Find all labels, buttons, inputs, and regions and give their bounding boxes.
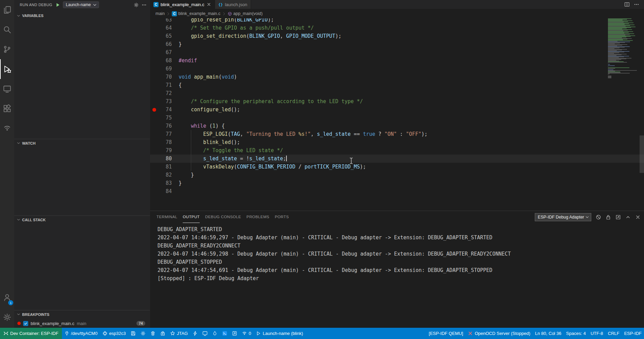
code-line[interactable]: 66} [150,40,644,48]
status-item-dev-container-esp-idf[interactable]: Dev Container: ESP-IDF [0,328,62,339]
output-channel-select[interactable]: ESP-IDF Debug Adapter [535,213,591,221]
code-editor[interactable]: 63 gpio_reset_pin(BLINK_GPIO);64 /* Set … [150,18,644,211]
section-watch[interactable]: WATCH [14,139,150,147]
line-gutter[interactable]: 78 [150,138,179,146]
tab-launch-json[interactable]: {} launch.json [215,0,251,9]
status-item-trash[interactable] [148,328,158,339]
status-item-utf-8[interactable]: UTF-8 [588,328,606,339]
line-gutter[interactable]: 70 [150,73,179,81]
panel-tab-debug-console[interactable]: DEBUG CONSOLE [205,211,241,223]
editor-more-actions-button[interactable] [634,2,639,7]
debug-settings-button[interactable] [134,2,139,7]
line-gutter[interactable]: 82 [150,171,179,179]
line-gutter[interactable]: 84 [150,187,179,195]
activity-settings[interactable] [0,307,14,327]
code-line[interactable]: 79 /* Toggle the LED state */ [150,146,644,155]
activity-remote-explorer[interactable] [0,79,14,99]
tab-blink-example-main-c[interactable]: C blink_example_main.c [150,0,215,9]
code-line[interactable]: 72 [150,89,644,97]
line-gutter[interactable]: 72 [150,89,179,97]
line-gutter[interactable]: 74 [150,106,179,114]
line-gutter[interactable]: 65 [150,32,179,40]
code-line[interactable]: 78 blink_led(); [150,138,644,146]
activity-extensions[interactable] [0,99,14,118]
section-variables[interactable]: VARIABLES [14,12,150,20]
breadcrumb-item-folder[interactable]: main [155,11,165,16]
debug-more-actions-button[interactable] [142,2,147,7]
code-line[interactable]: 84 [150,187,644,195]
activity-search[interactable] [0,20,14,39]
code-line[interactable]: 74 configure_led(); [150,106,644,114]
status-item-crlf[interactable]: CRLF [606,328,622,339]
minimap[interactable] [608,18,639,78]
maximize-panel-button[interactable] [625,214,631,220]
status-item-esp-idf[interactable]: ESP-IDF [622,328,644,339]
status-item-0[interactable]: 0 [240,328,253,339]
code-line[interactable]: 68#endif [150,56,644,65]
activity-accounts[interactable]: 1 [0,288,14,307]
status-item-dev-ttyacm0[interactable]: /dev/ttyACM0 [62,328,100,339]
line-gutter[interactable]: 66 [150,40,179,48]
line-gutter[interactable]: 80 [150,155,179,163]
status-item-esp-idf-qemu[interactable]: [ESP-IDF QEMU] [426,328,465,339]
status-item-spaces-4[interactable]: Spaces: 4 [564,328,588,339]
line-gutter[interactable]: 77 [150,130,179,138]
status-item-box-arrow[interactable] [230,328,240,339]
line-gutter[interactable]: 69 [150,65,179,73]
line-gutter[interactable]: 76 [150,122,179,130]
code-line[interactable]: 70void app_main(void) [150,73,644,81]
code-line[interactable]: 80 s_led_state = !s_led_state; [150,155,644,163]
panel-tab-output[interactable]: OUTPUT [183,211,200,223]
line-gutter[interactable]: 75 [150,114,179,122]
code-line[interactable]: 82 } [150,171,644,179]
status-item-terminal[interactable] [220,328,230,339]
section-breakpoints[interactable]: BREAKPOINTS [14,310,150,318]
auto-scroll-lock-button[interactable] [606,214,611,220]
status-item-esp32c3[interactable]: esp32c3 [100,328,128,339]
code-line[interactable]: 67 [150,48,644,56]
status-item-launch-name-blink[interactable]: Launch-name (blink) [253,328,306,339]
line-gutter[interactable]: 63 [150,18,179,24]
activity-run-and-debug[interactable] [0,59,14,79]
breakpoint-checkbox[interactable] [23,321,28,326]
status-item-save[interactable] [128,328,138,339]
breakpoint-entry[interactable]: blink_example_main.c main 74 [14,319,150,327]
code-line[interactable]: 76 while (1) { [150,122,644,130]
open-log-file-button[interactable] [615,214,621,220]
code-line[interactable]: 81 vTaskDelay(CONFIG_BLINK_PERIOD / port… [150,163,644,171]
status-item-gear[interactable] [138,328,148,339]
breadcrumb-item-symbol[interactable]: app_main(void) [228,11,263,16]
clear-output-button[interactable] [596,214,601,220]
status-item-jtag[interactable]: JTAG [168,328,190,339]
output-content[interactable]: DEBUG_ADAPTER_STARTED2022-04-07 14:46:59… [150,223,644,282]
activity-explorer[interactable] [0,0,14,20]
code-line[interactable]: 77 ESP_LOGI(TAG, "Turning the LED %s!", … [150,130,644,138]
breakpoint-gutter-active[interactable] [150,108,158,112]
section-call-stack[interactable]: CALL STACK [14,215,150,224]
code-line[interactable]: 69 [150,65,644,73]
editor-scrollbar[interactable] [640,135,644,173]
panel-tab-terminal[interactable]: TERMINAL [156,211,177,223]
close-panel-button[interactable] [635,214,641,220]
line-gutter[interactable]: 68 [150,56,179,65]
breadcrumb-item-file[interactable]: C blink_example_main.c [172,11,220,16]
status-item-monitor[interactable] [200,328,210,339]
line-gutter[interactable]: 64 [150,24,179,32]
line-gutter[interactable]: 73 [150,97,179,106]
line-gutter[interactable]: 71 [150,81,179,89]
panel-tab-problems[interactable]: PROBLEMS [247,211,269,223]
code-line[interactable]: 75 [150,114,644,122]
code-line[interactable]: 63 gpio_reset_pin(BLINK_GPIO); [150,18,644,24]
launch-config-dropdown[interactable]: Launch-name [63,1,99,8]
status-item-zap[interactable] [190,328,200,339]
status-item-openocd-server-stopped[interactable]: OpenOCD Server (Stopped) [465,328,532,339]
line-gutter[interactable]: 67 [150,48,179,56]
activity-source-control[interactable] [0,39,14,59]
close-tab-icon[interactable] [207,2,211,7]
status-item-ln-80-col-36[interactable]: Ln 80, Col 36 [533,328,564,339]
code-line[interactable]: 83} [150,179,644,187]
activity-esp-idf-explorer[interactable] [0,118,14,138]
code-line[interactable]: 71{ [150,81,644,89]
code-line[interactable]: 65 gpio_set_direction(BLINK_GPIO, GPIO_M… [150,32,644,40]
code-line[interactable]: 64 /* Set the GPIO as a push/pull output… [150,24,644,32]
